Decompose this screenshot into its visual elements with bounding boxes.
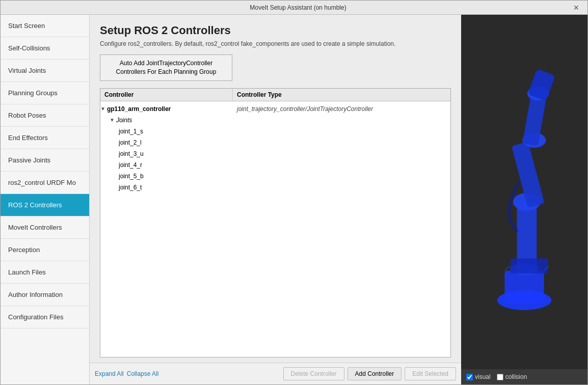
controller-cell: ▼ gp110_arm_controller xyxy=(100,104,233,114)
sidebar-item-virtual-joints[interactable]: Virtual Joints xyxy=(1,60,89,82)
controller-cell: joint_2_l xyxy=(100,138,233,147)
table-row[interactable]: joint_1_s xyxy=(100,126,450,137)
sidebar-item-ros2-control-urdf[interactable]: ros2_control URDF Mo xyxy=(1,172,89,194)
table-row[interactable]: joint_3_u xyxy=(100,148,450,159)
joint-name: joint_1_s xyxy=(119,127,143,136)
table-row[interactable]: joint_4_r xyxy=(100,159,450,171)
controller-cell: joint_3_u xyxy=(100,149,233,158)
sidebar: Start ScreenSelf-CollisionsVirtual Joint… xyxy=(1,15,90,384)
group-name: Joints xyxy=(116,116,132,125)
table-body: ▼ gp110_arm_controllerjoint_trajectory_c… xyxy=(100,101,450,357)
col-type-header: Controller Type xyxy=(233,89,450,101)
visual-label: visual xyxy=(475,373,491,380)
auto-add-button[interactable]: Auto Add JointTrajectoryController Contr… xyxy=(100,54,232,81)
sidebar-item-start-screen[interactable]: Start Screen xyxy=(1,15,89,37)
sidebar-item-configuration-files[interactable]: Configuration Files xyxy=(1,306,89,328)
viewer-3d xyxy=(461,15,587,369)
sidebar-item-moveit-controllers[interactable]: MoveIt Controllers xyxy=(1,216,89,239)
page-area: Setup ROS 2 Controllers Configure ros2_c… xyxy=(90,15,461,363)
sidebar-item-end-effectors[interactable]: End Effectors xyxy=(1,127,89,149)
visual-checkbox[interactable] xyxy=(466,374,473,380)
joint-name: joint_5_b xyxy=(119,172,144,181)
table-row[interactable]: ▼ gp110_arm_controllerjoint_trajectory_c… xyxy=(100,103,450,115)
page-title: Setup ROS 2 Controllers xyxy=(100,24,451,37)
controller-table: Controller Controller Type ▼ gp110_arm_c… xyxy=(100,88,451,358)
robot-3d-view xyxy=(468,44,580,340)
sidebar-item-planning-groups[interactable]: Planning Groups xyxy=(1,82,89,104)
sidebar-item-robot-poses[interactable]: Robot Poses xyxy=(1,104,89,127)
table-row[interactable]: joint_6_t xyxy=(100,182,450,193)
table-row[interactable]: ▼ Joints xyxy=(100,115,450,126)
visual-checkbox-label[interactable]: visual xyxy=(466,373,491,380)
controller-cell: joint_6_t xyxy=(100,183,233,192)
collision-label: collision xyxy=(505,373,527,380)
expand-all-link[interactable]: Expand All xyxy=(95,370,124,377)
window-title: MoveIt Setup Assistant (on humble) xyxy=(26,4,570,11)
main-window: MoveIt Setup Assistant (on humble) ✕ Sta… xyxy=(0,0,588,385)
table-row[interactable]: joint_5_b xyxy=(100,171,450,182)
titlebar: MoveIt Setup Assistant (on humble) ✕ xyxy=(1,1,587,15)
col-controller-header: Controller xyxy=(100,89,233,101)
svg-point-10 xyxy=(510,263,539,273)
delete-controller-button[interactable]: Delete Controller xyxy=(283,367,344,380)
page-description: Configure ros2_controllers. By default, … xyxy=(100,40,451,47)
content-area: Start ScreenSelf-CollisionsVirtual Joint… xyxy=(1,15,587,384)
sidebar-item-passive-joints[interactable]: Passive Joints xyxy=(1,149,89,172)
collapse-all-link[interactable]: Collapse All xyxy=(127,370,159,377)
joint-name: joint_6_t xyxy=(119,183,142,192)
main-content: Setup ROS 2 Controllers Configure ros2_c… xyxy=(90,15,461,384)
bottom-bar: Expand All Collapse All Delete Controlle… xyxy=(90,363,461,384)
add-controller-button[interactable]: Add Controller xyxy=(348,367,402,380)
joint-name: joint_2_l xyxy=(119,138,142,147)
edit-selected-button[interactable]: Edit Selected xyxy=(405,367,456,380)
viewer-panel: visual collision xyxy=(461,15,587,384)
svg-line-11 xyxy=(504,266,510,271)
table-row[interactable]: joint_2_l xyxy=(100,137,450,148)
expand-icon: ▼ xyxy=(110,116,115,124)
controller-cell: ▼ Joints xyxy=(100,116,233,125)
bottom-bar-links: Expand All Collapse All xyxy=(95,370,158,377)
controller-cell: joint_4_r xyxy=(100,160,233,170)
controller-name: gp110_arm_controller xyxy=(107,104,171,114)
collision-checkbox[interactable] xyxy=(497,374,503,380)
joint-name: joint_4_r xyxy=(119,160,142,170)
viewer-controls: visual collision xyxy=(461,369,587,384)
sidebar-item-ros2-controllers[interactable]: ROS 2 Controllers xyxy=(1,194,89,216)
type-cell: joint_trajectory_controller/JointTraject… xyxy=(233,104,450,114)
joint-name: joint_3_u xyxy=(119,149,144,158)
sidebar-item-self-collisions[interactable]: Self-Collisions xyxy=(1,37,89,60)
controller-cell: joint_5_b xyxy=(100,172,233,181)
close-button[interactable]: ✕ xyxy=(570,3,582,13)
sidebar-item-author-information[interactable]: Author Information xyxy=(1,284,89,306)
controller-cell: joint_1_s xyxy=(100,127,233,136)
collision-checkbox-label[interactable]: collision xyxy=(497,373,527,380)
bottom-bar-buttons: Delete Controller Add Controller Edit Se… xyxy=(283,367,456,380)
table-header: Controller Controller Type xyxy=(100,89,450,101)
sidebar-item-launch-files[interactable]: Launch Files xyxy=(1,261,89,284)
sidebar-item-perception[interactable]: Perception xyxy=(1,239,89,261)
expand-icon: ▼ xyxy=(100,105,105,113)
